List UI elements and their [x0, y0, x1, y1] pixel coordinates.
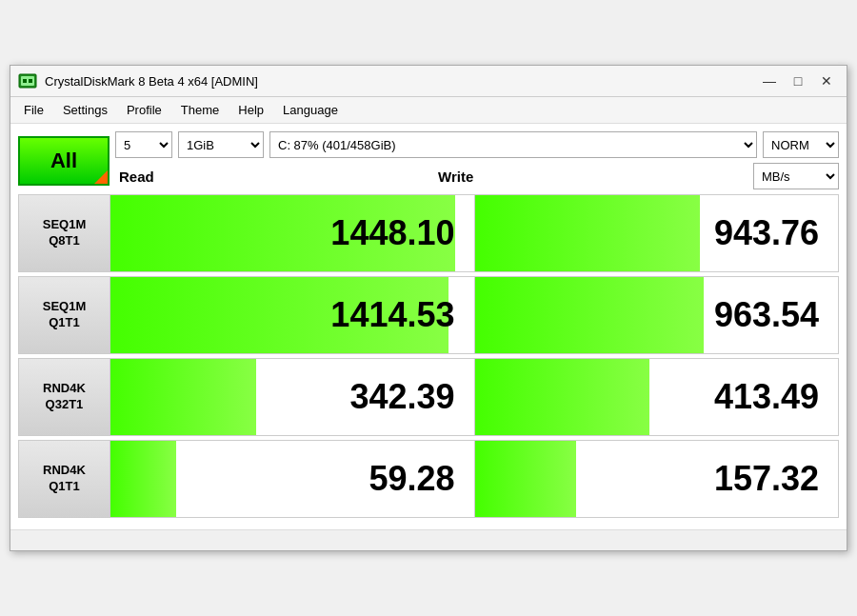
bench-row: RND4KQ1T1 59.28 157.32 — [18, 440, 839, 518]
drive-select[interactable]: C: 87% (401/458GiB) — [269, 131, 757, 158]
bench-read-3: 59.28 — [110, 441, 475, 517]
write-value: 157.32 — [714, 459, 819, 499]
bench-write-3: 157.32 — [475, 441, 839, 517]
bench-write-0: 943.76 — [475, 195, 839, 271]
window-title: CrystalDiskMark 8 Beta 4 x64 [ADMIN] — [45, 74, 757, 89]
norm-select[interactable]: DEFAULT NORM PEAK — [763, 131, 839, 158]
bench-label: SEQ1MQ1T1 — [19, 277, 110, 353]
count-select[interactable]: 1 3 5 9 — [115, 131, 172, 158]
read-value: 1448.10 — [330, 213, 454, 253]
app-icon — [18, 71, 37, 90]
bench-read-1: 1414.53 — [110, 277, 475, 353]
all-button[interactable]: All — [18, 136, 110, 186]
bench-row: SEQ1MQ8T1 1448.10 943.76 — [18, 194, 839, 272]
size-select[interactable]: 512MiB 1GiB 2GiB 4GiB — [178, 131, 264, 158]
svg-rect-2 — [23, 79, 27, 83]
benchmark-table: SEQ1MQ8T1 1448.10 943.76 SEQ1MQ1T1 1414.… — [18, 194, 839, 518]
bench-label: SEQ1MQ8T1 — [19, 195, 110, 271]
write-header: Write — [434, 169, 753, 185]
bench-write-2: 413.49 — [475, 359, 839, 435]
bench-row: SEQ1MQ1T1 1414.53 963.54 — [18, 276, 839, 354]
menu-profile[interactable]: Profile — [117, 99, 171, 121]
window-controls: — □ ✕ — [757, 71, 839, 90]
close-button[interactable]: ✕ — [814, 71, 839, 90]
app-window: CrystalDiskMark 8 Beta 4 x64 [ADMIN] — □… — [10, 65, 847, 551]
write-value: 963.54 — [714, 295, 819, 335]
read-value: 342.39 — [349, 377, 454, 417]
bench-read-2: 342.39 — [110, 359, 475, 435]
menu-file[interactable]: File — [14, 99, 53, 121]
bench-label: RND4KQ1T1 — [19, 441, 110, 517]
menu-theme[interactable]: Theme — [171, 99, 229, 121]
minimize-button[interactable]: — — [757, 71, 782, 90]
bench-write-1: 963.54 — [475, 277, 839, 353]
svg-rect-3 — [29, 79, 32, 83]
read-header: Read — [115, 169, 434, 185]
menu-help[interactable]: Help — [229, 99, 273, 121]
unit-select[interactable]: MB/s GB/s IOPS μs — [753, 163, 839, 189]
bench-read-0: 1448.10 — [110, 195, 475, 271]
menu-language[interactable]: Language — [273, 99, 348, 121]
menu-bar: File Settings Profile Theme Help Languag… — [10, 97, 847, 124]
main-content: All 1 3 5 9 512MiB 1GiB 2GiB 4GiB — [10, 124, 847, 529]
read-value: 59.28 — [369, 459, 454, 499]
bench-row: RND4KQ32T1 342.39 413.49 — [18, 358, 839, 436]
title-bar: CrystalDiskMark 8 Beta 4 x64 [ADMIN] — □… — [10, 66, 847, 97]
read-value: 1414.53 — [330, 295, 454, 335]
write-value: 413.49 — [714, 377, 819, 417]
write-value: 943.76 — [714, 213, 819, 253]
status-bar — [10, 529, 847, 550]
maximize-button[interactable]: □ — [786, 71, 810, 90]
menu-settings[interactable]: Settings — [53, 99, 117, 121]
bench-label: RND4KQ32T1 — [19, 359, 110, 435]
